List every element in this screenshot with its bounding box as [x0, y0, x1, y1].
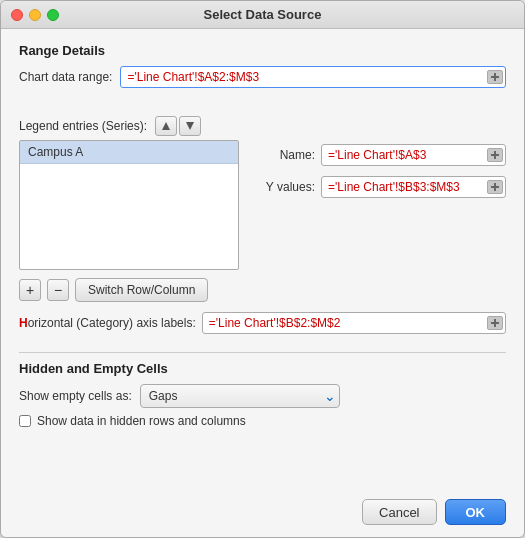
yval-row: Y values:: [255, 176, 506, 198]
chart-data-range-input[interactable]: [120, 66, 506, 88]
legend-body: Campus A Name: Y values:: [19, 140, 506, 270]
yvalues-collapse-icon[interactable]: [487, 180, 503, 194]
yvalues-label: Y values:: [255, 180, 315, 194]
hidden-rows-label: Show data in hidden rows and columns: [37, 414, 246, 428]
traffic-lights: [11, 9, 59, 21]
range-details-title: Range Details: [19, 43, 506, 58]
legend-down-button[interactable]: [179, 116, 201, 136]
dialog-content: Range Details Chart data range: Legend e…: [1, 29, 524, 491]
legend-list[interactable]: Campus A: [19, 140, 239, 270]
yvalues-field: [321, 176, 506, 198]
svg-rect-9: [494, 319, 496, 327]
ok-button[interactable]: OK: [445, 499, 507, 525]
svg-rect-5: [494, 151, 496, 159]
switch-row-column-button[interactable]: Switch Row/Column: [75, 278, 208, 302]
horizontal-axis-field: [202, 312, 506, 334]
yvalues-input[interactable]: [321, 176, 506, 198]
hidden-empty-section: Hidden and Empty Cells Show empty cells …: [19, 361, 506, 428]
horizontal-axis-input[interactable]: [202, 312, 506, 334]
h-letter: H: [19, 316, 28, 330]
chart-data-range-row: Chart data range:: [19, 66, 506, 88]
horizontal-axis-section: Horizontal (Category) axis labels:: [19, 312, 506, 334]
dialog-title: Select Data Source: [204, 7, 322, 22]
range-details-section: Range Details Chart data range:: [19, 43, 506, 100]
legend-up-button[interactable]: [155, 116, 177, 136]
svg-rect-1: [494, 73, 496, 81]
select-data-source-dialog: Select Data Source Range Details Chart d…: [0, 0, 525, 538]
remove-series-button[interactable]: −: [47, 279, 69, 301]
name-row: Name:: [255, 144, 506, 166]
svg-marker-3: [186, 122, 194, 130]
gaps-select[interactable]: Gaps Zero Connect with line: [140, 384, 340, 408]
horizontal-axis-label: Horizontal (Category) axis labels:: [19, 316, 196, 330]
name-input[interactable]: [321, 144, 506, 166]
svg-marker-2: [162, 122, 170, 130]
legend-arrow-buttons: [155, 116, 201, 136]
horizontal-axis-collapse-icon[interactable]: [487, 316, 503, 330]
svg-rect-7: [494, 183, 496, 191]
show-empty-row: Show empty cells as: Gaps Zero Connect w…: [19, 384, 506, 408]
legend-section: Legend entries (Series): Campus A Na: [19, 116, 506, 302]
show-empty-label: Show empty cells as:: [19, 389, 132, 403]
checkbox-row: Show data in hidden rows and columns: [19, 414, 506, 428]
legend-buttons: + − Switch Row/Column: [19, 278, 506, 302]
name-field: [321, 144, 506, 166]
chart-data-range-collapse-icon[interactable]: [487, 70, 503, 84]
minimize-button[interactable]: [29, 9, 41, 21]
title-bar: Select Data Source: [1, 1, 524, 29]
chart-data-range-label: Chart data range:: [19, 70, 112, 84]
close-button[interactable]: [11, 9, 23, 21]
horizontal-axis-row: Horizontal (Category) axis labels:: [19, 312, 506, 334]
hidden-empty-title: Hidden and Empty Cells: [19, 361, 506, 376]
cancel-button[interactable]: Cancel: [362, 499, 436, 525]
chart-data-range-field: [120, 66, 506, 88]
legend-item[interactable]: Campus A: [20, 141, 238, 164]
legend-label: Legend entries (Series):: [19, 119, 147, 133]
name-collapse-icon[interactable]: [487, 148, 503, 162]
gaps-select-wrapper: Gaps Zero Connect with line ⌄: [140, 384, 340, 408]
name-label: Name:: [255, 148, 315, 162]
name-yval-section: Name: Y values:: [255, 140, 506, 270]
add-series-button[interactable]: +: [19, 279, 41, 301]
dialog-footer: Cancel OK: [1, 491, 524, 537]
hidden-rows-checkbox[interactable]: [19, 415, 31, 427]
maximize-button[interactable]: [47, 9, 59, 21]
divider: [19, 352, 506, 353]
legend-header: Legend entries (Series):: [19, 116, 506, 136]
